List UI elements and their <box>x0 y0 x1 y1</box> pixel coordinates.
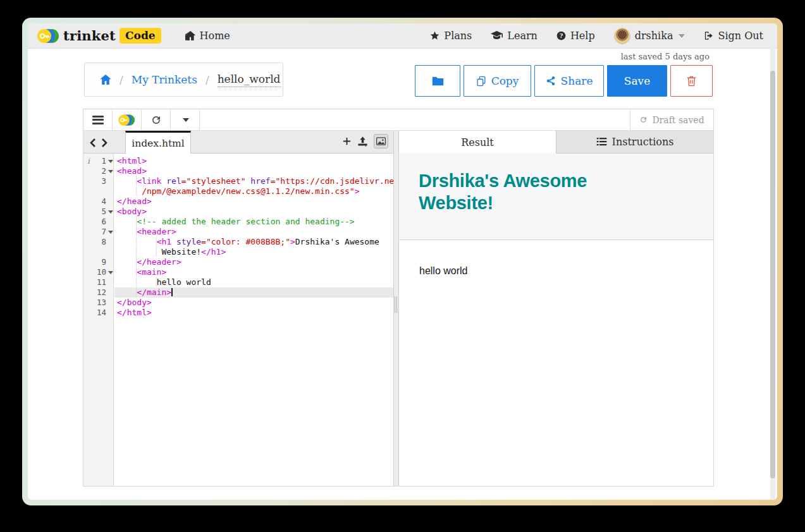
draft-saved-status: Draft saved <box>630 109 713 130</box>
nav-help[interactable]: ? Help <box>556 30 595 42</box>
upload-icon[interactable] <box>357 136 368 147</box>
save-button[interactable]: Save <box>607 65 667 97</box>
breadcrumb-separator: / <box>120 73 123 86</box>
nav-learn[interactable]: Learn <box>491 30 538 42</box>
result-heading: Drshika's Awesome Website! <box>419 170 640 214</box>
fold-arrow-icon[interactable] <box>108 231 113 234</box>
tab-index-html[interactable]: index.html <box>125 131 191 154</box>
nav-sign-out[interactable]: Sign Out <box>704 30 763 42</box>
code-line[interactable]: 10 <main> <box>83 267 393 277</box>
chevron-left-icon[interactable] <box>90 138 95 147</box>
code-text[interactable]: </body> <box>114 298 393 308</box>
nav-plans[interactable]: Plans <box>430 30 472 42</box>
code-text[interactable]: <head> <box>114 166 393 176</box>
code-line[interactable]: 4</head> <box>83 196 393 207</box>
code-text[interactable]: <main> <box>114 267 393 277</box>
page-scrollbar[interactable] <box>770 23 775 500</box>
caret-down-icon <box>183 118 189 122</box>
code-line[interactable]: 3 <link rel="stylesheet" href="https://c… <box>83 176 393 186</box>
code-text[interactable]: hello world <box>114 277 393 287</box>
code-text[interactable]: </header> <box>114 257 393 267</box>
fold-arrow-icon[interactable] <box>108 210 113 214</box>
home-icon <box>185 31 195 40</box>
code-line[interactable]: /npm/@exampledev/new.css@1.1.2/new.min.c… <box>83 186 393 196</box>
tab-instructions[interactable]: Instructions <box>556 131 713 154</box>
save-label: Save <box>624 75 650 87</box>
line-number: 6 <box>83 217 114 227</box>
instructions-list-icon <box>596 137 607 147</box>
code-line[interactable]: 5<body> <box>83 207 393 217</box>
breadcrumb-current-trinket[interactable]: hello_world <box>218 73 281 87</box>
code-line[interactable]: 2<head> <box>83 166 393 176</box>
folder-button[interactable] <box>415 65 460 97</box>
code-text[interactable]: <!-- added the header section and headin… <box>114 217 393 227</box>
nav-help-label: Help <box>570 30 595 42</box>
run-logo-button[interactable] <box>113 109 142 130</box>
code-text[interactable]: <html> <box>114 156 393 166</box>
share-button[interactable]: Share <box>534 65 604 97</box>
copy-button[interactable]: Copy <box>464 65 531 97</box>
code-text[interactable]: <link rel="stylesheet" href="https://cdn… <box>114 176 393 186</box>
code-text[interactable]: <h1 style="color: #008B8B;">Drshika's Aw… <box>114 237 393 247</box>
code-line[interactable]: 8 <h1 style="color: #008B8B;">Drshika's … <box>83 237 393 247</box>
code-line[interactable]: 11 hello world <box>83 277 393 287</box>
code-line[interactable]: 7 <header> <box>83 227 393 237</box>
nav-home[interactable]: Home <box>185 30 230 42</box>
refresh-icon <box>639 116 648 124</box>
code-line[interactable]: 12 </main> <box>83 287 393 298</box>
line-number <box>83 186 114 196</box>
fold-arrow-icon[interactable] <box>108 170 113 173</box>
code-text[interactable]: </head> <box>114 196 393 207</box>
fold-arrow-icon[interactable] <box>108 271 113 274</box>
brand[interactable]: trinket Code <box>37 28 161 44</box>
line-number: 14 <box>83 308 114 318</box>
nav-signout-label: Sign Out <box>718 30 763 42</box>
code-text[interactable]: /npm/@exampledev/new.css@1.1.2/new.min.c… <box>114 186 393 196</box>
line-number: 8 <box>83 237 114 247</box>
code-line[interactable]: 13</body> <box>83 298 393 308</box>
folder-icon <box>432 76 444 86</box>
code-editor[interactable]: i1<html>2<head>3 <link rel="stylesheet" … <box>83 154 393 486</box>
breadcrumb-my-trinkets[interactable]: My Trinkets <box>132 73 197 86</box>
line-number: 4 <box>83 196 114 207</box>
run-options-button[interactable] <box>171 109 200 130</box>
chevron-right-icon[interactable] <box>102 138 108 147</box>
code-badge: Code <box>120 28 161 44</box>
user-menu[interactable]: drshika <box>614 28 685 44</box>
tab-scroll-buttons <box>83 138 114 153</box>
code-line[interactable]: Website!</h1> <box>83 247 393 257</box>
breadcrumb-home-icon[interactable] <box>100 75 111 85</box>
tab-result[interactable]: Result <box>399 131 556 154</box>
line-number: i1 <box>83 156 114 166</box>
code-line[interactable]: 9 </header> <box>83 257 393 267</box>
code-text[interactable]: </html> <box>114 308 393 318</box>
code-pane: index.html <box>83 131 394 486</box>
fold-arrow-icon[interactable] <box>108 160 113 163</box>
copy-icon <box>476 76 486 87</box>
nav-plans-label: Plans <box>444 30 472 42</box>
avatar <box>614 28 630 44</box>
delete-button[interactable] <box>670 65 713 97</box>
code-text[interactable]: </main> <box>114 287 393 298</box>
plus-icon[interactable] <box>342 136 352 146</box>
trinket-logo-icon <box>37 28 59 44</box>
image-library-button[interactable] <box>374 134 388 148</box>
code-line[interactable]: i1<html> <box>83 156 393 166</box>
info-icon: i <box>87 156 90 166</box>
code-text[interactable]: Website!</h1> <box>114 247 393 257</box>
line-number: 2 <box>83 166 114 176</box>
run-button[interactable] <box>142 109 171 130</box>
draft-saved-label: Draft saved <box>652 115 704 125</box>
line-number: 12 <box>83 287 114 298</box>
code-text[interactable]: <body> <box>114 207 393 217</box>
pane-resize-handle[interactable] <box>394 131 399 486</box>
code-text[interactable]: <header> <box>114 227 393 237</box>
line-number <box>83 247 114 257</box>
page: trinket Code Home Plans <box>28 23 777 500</box>
sign-out-icon <box>704 31 713 40</box>
trinket-editor: Draft saved in <box>83 109 714 487</box>
menu-button[interactable] <box>83 109 113 130</box>
code-line[interactable]: 14</html> <box>83 308 393 318</box>
code-line[interactable]: 6 <!-- added the header section and head… <box>83 217 393 227</box>
scrollbar-thumb[interactable] <box>770 71 775 478</box>
